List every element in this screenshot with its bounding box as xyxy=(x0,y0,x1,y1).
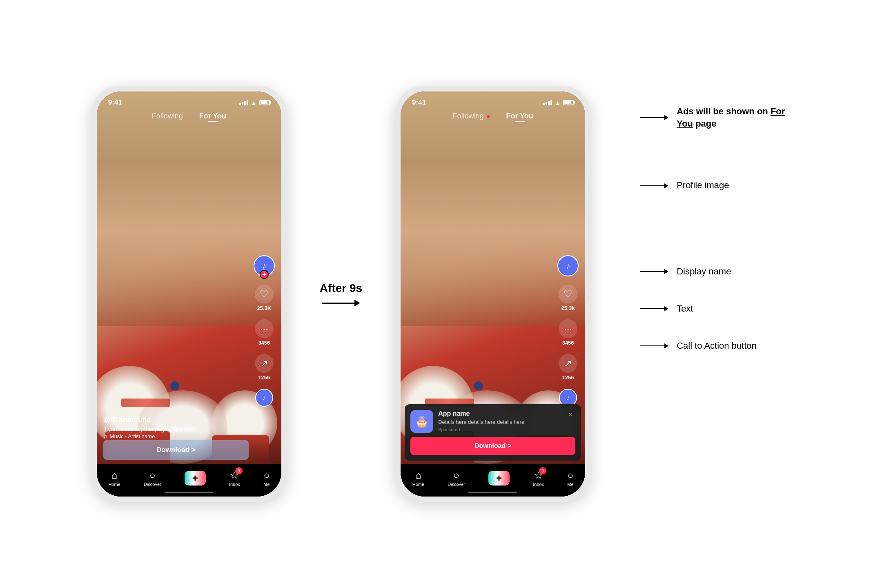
battery-icon-2 xyxy=(563,100,574,105)
discover-label-2: Discover xyxy=(448,482,465,487)
nav-tabs-1: Following For You xyxy=(97,112,281,120)
annotation-text-txt: Text xyxy=(677,303,693,315)
status-icons-1: ▲ xyxy=(239,99,270,106)
following-label-2: Following xyxy=(452,112,483,120)
annotation-arrow-display xyxy=(640,269,668,274)
ann-shaft-ads xyxy=(640,117,664,118)
nav-create-2[interactable] xyxy=(488,471,510,486)
home-icon-2: ⌂ xyxy=(415,470,421,481)
annotation-arrow-ads xyxy=(640,115,668,120)
share-count-1: 1256 xyxy=(258,374,270,381)
status-bar-1: 9:41 ▲ xyxy=(97,91,281,109)
tab-following-2[interactable]: Following xyxy=(452,112,490,120)
phone-2: 9:41 ▲ Following xyxy=(395,86,591,502)
nav-home-2[interactable]: ⌂ Home xyxy=(412,470,424,487)
wifi-icon-1: ▲ xyxy=(251,99,257,106)
annotation-text-cta: Call to Action button xyxy=(677,340,757,352)
ad-overlay: 🎂 App name Details here details here det… xyxy=(405,404,581,461)
phone-2-screen: 9:41 ▲ Following xyxy=(401,91,585,497)
tab-for-you-1[interactable]: For You xyxy=(199,112,226,120)
tab-following-1[interactable]: Following xyxy=(152,112,183,120)
signal-icon-2 xyxy=(543,100,552,105)
music-text-1: Music - Artist name xyxy=(110,433,155,439)
brand-description-1: If you're visiting this page Sponsored xyxy=(103,426,249,432)
comment-count-1: 3456 xyxy=(258,340,270,346)
comment-action-2[interactable]: ··· 3456 xyxy=(559,319,577,346)
like-count-1: 25.3K xyxy=(257,305,272,311)
ad-download-label: Download > xyxy=(474,442,511,450)
annotations-section: Ads will be shown on For You page Profil… xyxy=(640,236,791,352)
home-label-2: Home xyxy=(412,482,424,487)
share-action-2[interactable]: ↗ 1256 xyxy=(559,354,577,381)
battery-icon-1 xyxy=(259,100,270,105)
inbox-badge-1: 9 xyxy=(235,467,243,474)
annotation-cta: Call to Action button xyxy=(640,340,791,352)
ann-head-icon-display xyxy=(664,269,668,274)
annotation-display-name: Display name xyxy=(640,265,791,278)
ad-description: Details here details here details here xyxy=(438,419,560,426)
record-btn-1: ♪ xyxy=(255,389,273,407)
me-label-2: Me xyxy=(567,482,573,487)
like-action-2[interactable]: ♡ 25.3k xyxy=(559,285,577,311)
ann-shaft-cta xyxy=(640,345,664,346)
ann-head-icon-text xyxy=(664,306,668,311)
phone-1-screen: 9:41 ▲ Following xyxy=(97,91,281,497)
inbox-label-1: Inbox xyxy=(229,482,240,487)
annotation-text-label: Text xyxy=(640,303,791,315)
music-info-1: ♫ Music - Artist name xyxy=(103,433,249,439)
record-action-1[interactable]: ♪ xyxy=(255,389,273,407)
follow-plus-badge-1: + xyxy=(260,270,269,279)
ad-download-button[interactable]: Download > xyxy=(410,437,575,455)
share-action-1[interactable]: ↗ 1256 xyxy=(255,354,274,381)
tiktok-logo-icon-2: ♪ xyxy=(566,261,570,271)
me-label-1: Me xyxy=(263,482,270,487)
status-icons-2: ▲ xyxy=(543,99,574,106)
right-actions-2: ♪ ♡ 25.3k ··· 3456 ↗ 1256 ♪ xyxy=(557,255,579,407)
nav-discover-1[interactable]: ○ Discover xyxy=(144,470,161,487)
ann-shaft-text xyxy=(640,308,664,309)
annotation-profile: Profile image xyxy=(640,179,791,192)
arrow-label: After 9s xyxy=(320,282,362,295)
ad-close-button[interactable]: ✕ xyxy=(565,410,575,419)
comment-icon-2: ··· xyxy=(559,319,577,338)
like-count-2: 25.3k xyxy=(561,305,575,311)
music-note-icon-1: ♫ xyxy=(103,433,107,439)
profile-button-1[interactable]: ♪ + xyxy=(254,255,275,276)
heart-icon-1: ♡ xyxy=(255,285,274,303)
inbox-label-2: Inbox xyxy=(533,482,544,487)
share-icon-1: ↗ xyxy=(255,354,274,373)
page-container: 9:41 ▲ Following xyxy=(0,0,882,588)
tab-for-you-2[interactable]: For You xyxy=(506,112,533,120)
nav-home-1[interactable]: ⌂ Home xyxy=(108,470,120,487)
nav-create-1[interactable] xyxy=(185,471,206,486)
download-button-1[interactable]: Download > xyxy=(103,440,249,460)
annotation-arrow-profile xyxy=(640,183,668,188)
discover-icon-2: ○ xyxy=(453,470,459,481)
arrow-line xyxy=(322,300,360,306)
nav-me-1[interactable]: ○ Me xyxy=(263,470,270,487)
nav-tabs-2: Following For You xyxy=(401,112,585,120)
like-action-1[interactable]: ♡ 25.3K xyxy=(255,285,274,311)
comment-action-1[interactable]: ··· 3456 xyxy=(255,319,274,346)
arrow-shaft xyxy=(322,303,354,304)
discover-icon-1: ○ xyxy=(149,470,156,481)
comment-icon-1: ··· xyxy=(255,319,274,338)
annotation-text-display: Display name xyxy=(677,265,731,278)
brand-name-1: @Brandname xyxy=(103,416,249,424)
nav-me-2[interactable]: ○ Me xyxy=(567,470,573,487)
nav-inbox-2[interactable]: ☆ Inbox 9 xyxy=(533,470,544,487)
home-indicator-2 xyxy=(468,492,517,493)
nav-discover-2[interactable]: ○ Discover xyxy=(448,470,465,487)
ann-head-icon-profile xyxy=(664,183,668,188)
for-you-underline: For You xyxy=(677,106,785,129)
profile-button-2[interactable]: ♪ xyxy=(557,255,579,276)
inbox-badge-2: 9 xyxy=(539,467,546,474)
ad-header: 🎂 App name Details here details here det… xyxy=(410,410,575,433)
me-icon-2: ○ xyxy=(568,470,574,481)
ad-app-icon: 🎂 xyxy=(410,410,433,433)
home-indicator-1 xyxy=(165,492,214,493)
status-time-1: 9:41 xyxy=(108,98,122,107)
share-count-2: 1256 xyxy=(562,374,574,381)
bottom-info-1: @Brandname If you're visiting this page … xyxy=(103,416,249,439)
nav-inbox-1[interactable]: ☆ Inbox 9 xyxy=(229,470,240,487)
